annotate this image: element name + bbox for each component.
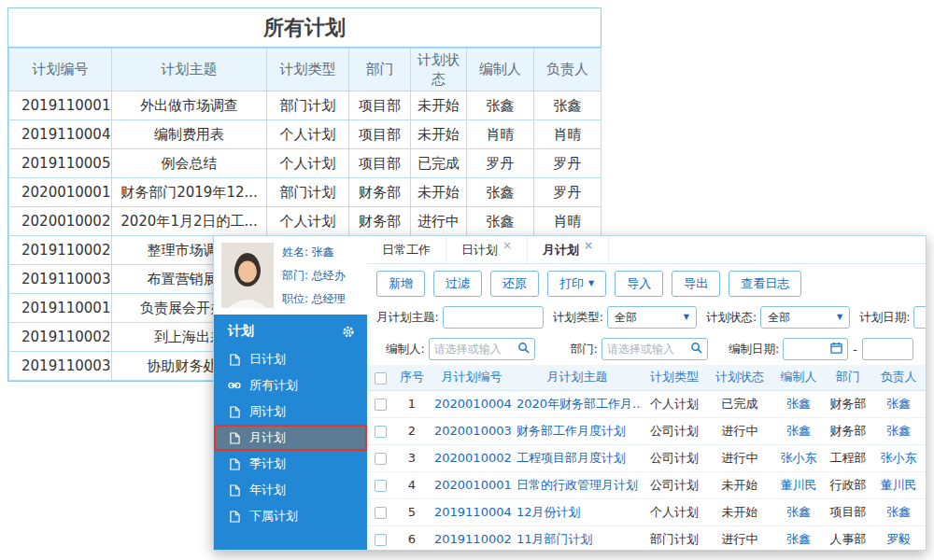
compiler-filter-label: 编制人: xyxy=(386,342,425,357)
subject-cell[interactable]: 工程项目部月度计划 xyxy=(513,444,642,471)
compiler-cell[interactable]: 张鑫 xyxy=(772,525,825,550)
sidebar: 姓名: 张鑫 部门: 总经办 职位: 总经理 计划 日计划所有计划周计划月计划季… xyxy=(214,236,367,550)
toolbar-button[interactable]: 过滤 xyxy=(433,271,482,297)
compile-date-start-input[interactable] xyxy=(783,338,848,360)
cell: 张鑫 xyxy=(534,91,601,120)
type-filter-select[interactable]: 全部 ▼ xyxy=(607,306,697,329)
sidebar-item[interactable]: 月计划 xyxy=(214,425,367,451)
row-checkbox[interactable] xyxy=(375,453,387,465)
sidebar-item[interactable]: 周计划 xyxy=(214,399,367,425)
select-all-checkbox[interactable] xyxy=(375,372,387,385)
column-header: 编制人 xyxy=(467,49,534,91)
sidebar-item[interactable]: 年计划 xyxy=(214,477,367,503)
cell: 张鑫 xyxy=(467,178,534,207)
id-cell[interactable]: 2019110004 xyxy=(431,498,513,525)
compile-date-end-input[interactable] xyxy=(862,338,913,360)
column-header: 计划类型 xyxy=(267,49,349,91)
sidebar-item-label: 年计划 xyxy=(249,482,286,498)
tab[interactable]: 月计划× xyxy=(528,236,609,263)
sidebar-menu: 日计划所有计划周计划月计划季计划年计划下属计划 xyxy=(214,346,367,529)
toolbar-button[interactable]: 新增 xyxy=(376,271,425,297)
cell: 未开始 xyxy=(411,120,467,149)
search-icon[interactable] xyxy=(517,342,530,357)
compiler-cell[interactable]: 张小东 xyxy=(772,444,825,471)
compiler-cell[interactable]: 张鑫 xyxy=(772,498,825,525)
dept-filter-box[interactable] xyxy=(601,338,708,360)
profile-position: 职位: 总经理 xyxy=(282,291,346,307)
subject-cell[interactable]: 2020年财务部工作月... xyxy=(513,390,642,417)
subject-cell[interactable]: 日常的行政管理月计划 xyxy=(513,471,642,498)
owner-cell[interactable]: 张鑫 xyxy=(871,390,926,417)
file-icon xyxy=(228,432,241,444)
compiler-cell[interactable]: 董川民 xyxy=(772,471,825,498)
subject-cell[interactable]: 11月部门计划 xyxy=(513,525,642,550)
id-cell[interactable]: 2020010004 xyxy=(431,390,513,417)
table-header-row: 计划编号计划主题计划类型部门计划状态编制人负责人 xyxy=(9,49,601,91)
plan-date-input[interactable] xyxy=(913,306,926,329)
subject-filter-input[interactable] xyxy=(443,306,544,329)
compiler-filter-input[interactable] xyxy=(434,343,517,356)
close-icon[interactable]: × xyxy=(584,240,593,251)
row-checkbox[interactable] xyxy=(375,399,387,411)
tab[interactable]: 日常工作 xyxy=(367,236,446,263)
column-header: 月计划主题 xyxy=(513,365,642,390)
cell: 财务部 xyxy=(349,207,411,236)
filter-row-2: 编制人: 部门: xyxy=(367,333,926,365)
sidebar-item[interactable]: 下属计划 xyxy=(214,503,367,529)
calendar-icon[interactable] xyxy=(830,342,842,357)
toolbar-button[interactable]: 导入 xyxy=(615,271,663,297)
subject-cell[interactable]: 财务部工作月度计划 xyxy=(513,417,642,444)
id-cell[interactable]: 2019110002 xyxy=(431,525,513,550)
cell: 个人计划 xyxy=(267,149,349,178)
column-header: 计划编号 xyxy=(9,49,112,91)
subject-cell[interactable]: 12月份计划 xyxy=(513,498,642,525)
sidebar-item[interactable]: 季计划 xyxy=(214,451,367,477)
id-cell[interactable]: 2020010003 xyxy=(431,417,513,444)
owner-cell[interactable]: 张鑫 xyxy=(871,498,926,525)
toolbar-button[interactable]: 导出 xyxy=(672,271,720,297)
sidebar-item[interactable]: 所有计划 xyxy=(214,372,367,399)
compiler-filter-box[interactable] xyxy=(429,338,535,360)
row-checkbox[interactable] xyxy=(375,507,387,519)
sidebar-item[interactable]: 日计划 xyxy=(214,346,367,372)
column-header: 月计划编号 xyxy=(431,365,513,390)
table-row: 22020010003财务部工作月度计划公司计划进行中张鑫财务部张鑫 xyxy=(367,417,926,444)
cell: 2019110002 xyxy=(9,236,112,265)
toolbar-button[interactable]: 查看日志 xyxy=(729,271,801,297)
row-checkbox[interactable] xyxy=(375,534,387,546)
dept-filter-input[interactable] xyxy=(607,343,690,356)
cell: 肖晴 xyxy=(534,207,601,236)
dept-cell: 行政部 xyxy=(825,471,871,498)
owner-cell[interactable]: 张小东 xyxy=(871,444,926,471)
compiler-cell[interactable]: 张鑫 xyxy=(772,417,825,444)
id-cell[interactable]: 2020010001 xyxy=(431,471,513,498)
id-cell[interactable]: 2020010002 xyxy=(431,444,513,471)
cell: 肖晴 xyxy=(467,120,534,149)
cell: 肖晴 xyxy=(534,120,601,149)
owner-cell[interactable]: 董川民 xyxy=(871,471,926,498)
toolbar-button[interactable]: 打印▼ xyxy=(547,271,606,297)
row-checkbox[interactable] xyxy=(375,480,387,492)
profile-photo xyxy=(221,243,274,308)
file-icon xyxy=(228,458,241,470)
chevron-down-icon: ▼ xyxy=(684,314,689,321)
owner-cell[interactable]: 罗毅 xyxy=(871,525,926,550)
status-cell: 进行中 xyxy=(707,417,772,444)
type-cell: 个人计划 xyxy=(642,498,707,525)
close-icon[interactable]: × xyxy=(502,240,512,251)
filter-row-1: 月计划主题: 计划类型: 全部 ▼ 计划状态: 全部 ▼ 计划日期: xyxy=(367,301,926,333)
search-icon[interactable] xyxy=(690,342,702,357)
profile-name: 姓名: 张鑫 xyxy=(282,245,346,260)
type-filter-label: 计划类型: xyxy=(553,310,603,326)
column-header: 计划状态 xyxy=(411,49,467,91)
owner-cell[interactable]: 张鑫 xyxy=(871,417,926,444)
compiler-cell[interactable]: 张鑫 xyxy=(772,390,825,417)
toolbar-button[interactable]: 还原 xyxy=(490,271,539,297)
table-row: 120200100042020年财务部工作月...个人计划已完成张鑫财务部张鑫 xyxy=(367,390,926,417)
tab[interactable]: 日计划× xyxy=(446,236,528,263)
status-filter-select[interactable]: 全部 ▼ xyxy=(760,306,850,329)
cell: 罗丹 xyxy=(534,178,601,207)
row-checkbox[interactable] xyxy=(375,426,387,438)
gear-icon[interactable] xyxy=(342,325,355,339)
column-header: 负责人 xyxy=(871,365,926,390)
